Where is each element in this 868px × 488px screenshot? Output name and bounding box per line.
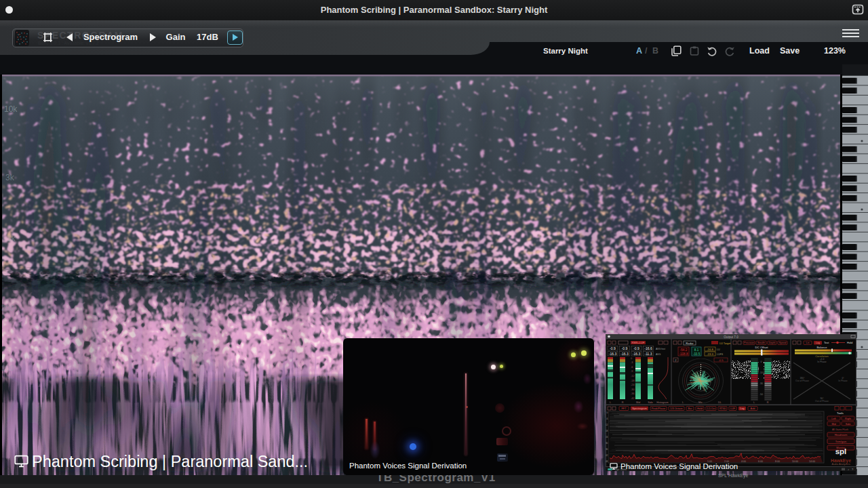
svg-text:DL: DL — [718, 401, 722, 404]
svg-text:LUF: LUF — [730, 407, 736, 410]
svg-text:-42: -42 — [606, 454, 608, 457]
svg-text:-36: -36 — [631, 392, 635, 395]
svg-text:LUFS: LUFS — [717, 353, 724, 356]
svg-text:-16.3: -16.3 — [633, 352, 641, 356]
svg-text:DC Offset: DC Offset — [755, 346, 768, 349]
svg-text:-48: -48 — [606, 460, 608, 463]
svg-text:-50: -50 — [760, 393, 763, 396]
svg-text:LU: LU — [717, 348, 720, 351]
svg-text:Mid: Mid — [831, 423, 835, 426]
svg-text:Bar: Bar — [688, 407, 693, 410]
svg-text:Output 7.0: Output 7.0 — [724, 336, 738, 339]
svg-text:Audio Analyzers: Audio Analyzers — [831, 463, 850, 466]
svg-text:LU Target: LU Target — [719, 342, 731, 345]
svg-text:-11.3: -11.3 — [644, 352, 652, 356]
svg-text:Histogram: Histogram — [656, 401, 668, 404]
svg-text:1.5 Oct: 1.5 Oct — [707, 407, 715, 410]
svg-text:0: 0 — [761, 361, 762, 363]
svg-text:In Phase: In Phase — [838, 380, 847, 382]
svg-text:-0.9: -0.9 — [610, 346, 616, 350]
svg-text:Side: Side — [846, 423, 851, 426]
svg-text:-3: -3 — [631, 361, 633, 364]
svg-text:Hold: Hold — [697, 407, 703, 410]
svg-text:Trim/gain: Trim/gain — [835, 440, 847, 443]
svg-text:Peak/Phase: Peak/Phase — [652, 407, 665, 410]
svg-text:6:00: 6:00 — [758, 460, 763, 463]
svg-text:-16.6: -16.6 — [644, 346, 652, 350]
svg-text:♪: ♪ — [848, 468, 849, 471]
svg-text:-33.5: -33.5 — [693, 352, 701, 356]
svg-text:8.1: 8.1 — [694, 348, 699, 352]
svg-text:AVG hist: AVG hist — [656, 348, 665, 350]
svg-text:Log: Log — [740, 407, 744, 410]
svg-text:-30: -30 — [606, 442, 608, 445]
svg-text:Speed: Speed — [779, 342, 786, 344]
svg-text:14:00: 14:00 — [809, 460, 815, 463]
svg-text:Text: Text — [824, 341, 829, 344]
svg-text:1/3 Octave: 1/3 Octave — [670, 407, 682, 410]
svg-text:Spectrogram: Spectrogram — [632, 407, 647, 410]
svg-text:-0.9: -0.9 — [633, 346, 639, 350]
svg-text:-16.3: -16.3 — [620, 352, 629, 356]
svg-text:Headroom: Headroom — [835, 433, 848, 436]
svg-text:0: 0 — [607, 411, 608, 414]
svg-text:Correlation: Correlation — [815, 354, 829, 358]
svg-text:L: L — [753, 401, 755, 404]
svg-text:-16.3: -16.3 — [609, 352, 617, 356]
svg-text:L: L — [682, 401, 684, 404]
svg-text:Tools: Tools — [837, 411, 844, 415]
svg-text:-16.8: -16.8 — [707, 348, 713, 351]
svg-text:10:00: 10:00 — [792, 460, 798, 463]
svg-text:Right: Right — [845, 418, 852, 420]
svg-text:-108.8: -108.8 — [679, 352, 688, 356]
svg-text:-0.9: -0.9 — [622, 346, 628, 350]
svg-text:-24: -24 — [606, 436, 608, 439]
svg-text:FFT: FFT — [622, 407, 627, 410]
svg-text:In Phase: In Phase — [817, 361, 826, 363]
svg-text:Side: Side — [648, 401, 653, 404]
svg-text:-30: -30 — [631, 388, 635, 391]
svg-text:Precision: Precision — [744, 342, 754, 344]
svg-text:8:00: 8:00 — [775, 460, 780, 463]
svg-text:Stealth: Stealth — [757, 342, 765, 344]
svg-text:-6: -6 — [606, 418, 608, 420]
svg-text:L: L — [610, 401, 611, 404]
svg-text:-18: -18 — [631, 380, 635, 382]
svg-text:Depth: Depth — [769, 342, 776, 344]
svg-text:-54.2: -54.2 — [680, 348, 688, 352]
svg-text:0: 0 — [631, 357, 632, 360]
svg-text:Radar: Radar — [686, 342, 694, 345]
svg-text:Hold: Hold — [847, 341, 852, 344]
svg-text:-19.3: -19.3 — [707, 352, 713, 356]
svg-text:Log: Log — [816, 342, 820, 344]
svg-text:Balance: Balance — [816, 346, 827, 349]
svg-text:-30: -30 — [760, 382, 763, 385]
svg-text:Mid: Mid — [636, 401, 640, 404]
svg-text:R: R — [767, 401, 769, 404]
svg-text:Add: Add — [751, 407, 755, 410]
svg-text:-10: -10 — [760, 371, 763, 374]
svg-text:AVG: AVG — [656, 353, 661, 356]
svg-text:Out of Phase: Out of Phase — [815, 400, 829, 403]
svg-text:spl: spl — [835, 447, 847, 455]
svg-text:-36: -36 — [606, 448, 608, 451]
svg-text:-0.5: -0.5 — [718, 359, 724, 362]
svg-text:Left: Left — [831, 418, 836, 420]
svg-text:RT60: RT60 — [719, 407, 726, 410]
svg-text:R: R — [622, 401, 624, 404]
svg-text:RMS+LUF: RMS+LUF — [632, 341, 645, 344]
svg-text:4:00: 4:00 — [741, 460, 746, 463]
svg-text:-6: -6 — [631, 366, 633, 369]
svg-text:-24: -24 — [631, 384, 635, 386]
svg-text:-18: -18 — [606, 430, 608, 432]
svg-text:-12: -12 — [606, 424, 608, 426]
svg-text:All Gains Flush: All Gains Flush — [832, 428, 848, 431]
svg-text:Mic: Mic — [698, 401, 703, 404]
svg-text:Out of Phase: Out of Phase — [795, 380, 809, 382]
svg-text:-42: -42 — [631, 397, 635, 400]
svg-text:-9: -9 — [631, 370, 633, 373]
svg-text:-12: -12 — [631, 375, 635, 378]
svg-text:Lin: Lin — [806, 342, 810, 344]
